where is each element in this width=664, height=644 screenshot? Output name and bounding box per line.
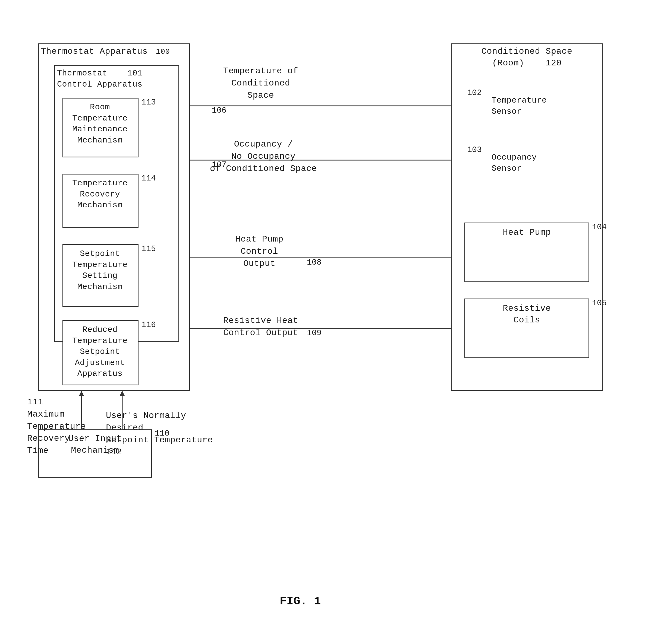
ref-113: 113 xyxy=(141,98,156,107)
ref-109: 109 xyxy=(307,328,321,338)
ref-102: 102 xyxy=(467,88,482,98)
temp-of-conditioned-space-label: Temperature ofConditionedSpace xyxy=(212,65,310,102)
ref-106: 106 xyxy=(212,106,227,115)
max-temp-recovery-label: 111MaximumTemperatureRecoveryTime xyxy=(27,396,103,457)
fig-label: FIG. 1 xyxy=(280,595,321,608)
thermostat-apparatus-label: Thermostat Apparatus 100 xyxy=(41,46,170,57)
temp-sensor-label: TemperatureSensor xyxy=(492,95,547,117)
room-temp-label: RoomTemperatureMaintenanceMechanism xyxy=(65,102,135,146)
svg-marker-9 xyxy=(79,391,84,396)
ref-115: 115 xyxy=(141,244,156,254)
heat-pump-control-label: Heat PumpControlOutput xyxy=(212,233,307,270)
ref-116: 116 xyxy=(141,320,156,329)
occupancy-label: Occupancy /No Occupancyof Conditioned Sp… xyxy=(206,138,320,175)
ref-107: 107 xyxy=(212,160,227,169)
conditioned-space-label: Conditioned Space(Room) 120 xyxy=(454,46,600,69)
heat-pump-label: Heat Pump xyxy=(467,227,587,238)
ref-105: 105 xyxy=(592,299,607,308)
resistive-coils-label: ResistiveCoils xyxy=(467,303,587,326)
setpoint-label: SetpointTemperatureSettingMechanism xyxy=(65,248,135,292)
resistive-heat-label: Resistive HeatControl Output xyxy=(212,315,310,339)
ref-114: 114 xyxy=(141,174,156,183)
users-normally-desired-label: User's Normally DesiredSetpoint Temperat… xyxy=(106,410,225,458)
svg-marker-11 xyxy=(120,391,125,396)
ref-108: 108 xyxy=(307,258,321,267)
occupancy-sensor-label: OccupancySensor xyxy=(492,152,537,174)
temp-recovery-label: TemperatureRecoveryMechanism xyxy=(65,178,135,211)
ref-103: 103 xyxy=(467,145,482,154)
reduced-temp-label: ReducedTemperatureSetpointAdjustmentAppa… xyxy=(65,324,135,380)
ref-104: 104 xyxy=(592,222,607,232)
control-apparatus-label: Thermostat 101 Control Apparatus xyxy=(57,68,143,90)
diagram-container: Thermostat Apparatus 100 Thermostat 101 … xyxy=(22,22,642,619)
